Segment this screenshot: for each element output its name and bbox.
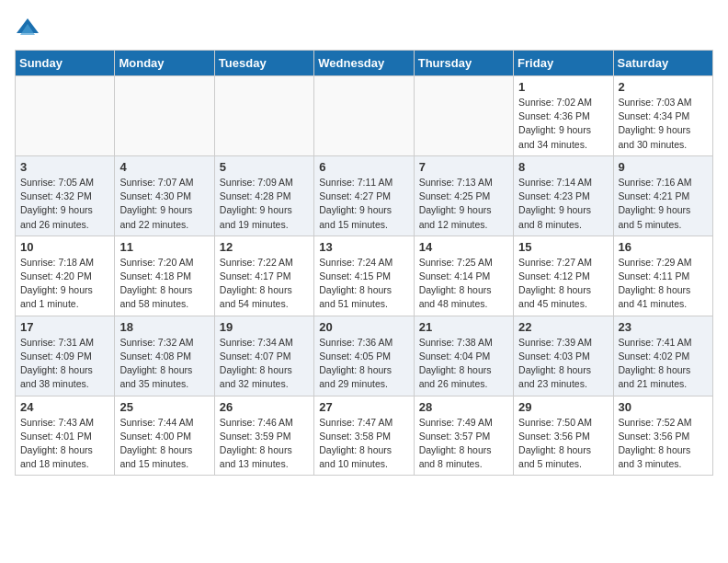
day-number: 26 xyxy=(220,400,309,414)
day-info: Sunrise: 7:46 AM Sunset: 3:59 PM Dayligh… xyxy=(220,417,293,470)
day-number: 11 xyxy=(119,240,209,254)
calendar-cell: 29Sunrise: 7:50 AM Sunset: 3:56 PM Dayli… xyxy=(514,396,613,476)
calendar-cell: 17Sunrise: 7:31 AM Sunset: 4:09 PM Dayli… xyxy=(16,316,115,396)
weekday-header-sunday: Sunday xyxy=(16,51,115,76)
day-number: 2 xyxy=(619,80,708,94)
calendar-week-row: 10Sunrise: 7:18 AM Sunset: 4:20 PM Dayli… xyxy=(16,236,713,316)
day-number: 21 xyxy=(419,320,508,334)
day-info: Sunrise: 7:31 AM Sunset: 4:09 PM Dayligh… xyxy=(20,337,94,390)
calendar-cell: 27Sunrise: 7:47 AM Sunset: 3:58 PM Dayli… xyxy=(314,396,414,476)
day-number: 30 xyxy=(619,400,708,414)
day-info: Sunrise: 7:11 AM Sunset: 4:27 PM Dayligh… xyxy=(319,177,392,230)
day-info: Sunrise: 7:14 AM Sunset: 4:23 PM Dayligh… xyxy=(518,177,592,230)
calendar-cell: 6Sunrise: 7:11 AM Sunset: 4:27 PM Daylig… xyxy=(314,155,414,236)
day-number: 5 xyxy=(220,160,309,174)
day-number: 28 xyxy=(419,400,508,414)
day-info: Sunrise: 7:38 AM Sunset: 4:04 PM Dayligh… xyxy=(419,337,493,390)
calendar-cell xyxy=(314,76,414,156)
calendar-cell: 11Sunrise: 7:20 AM Sunset: 4:18 PM Dayli… xyxy=(115,236,214,316)
day-number: 16 xyxy=(619,240,708,254)
calendar-cell: 13Sunrise: 7:24 AM Sunset: 4:15 PM Dayli… xyxy=(314,236,414,316)
calendar-cell: 7Sunrise: 7:13 AM Sunset: 4:25 PM Daylig… xyxy=(414,155,513,236)
calendar-week-row: 3Sunrise: 7:05 AM Sunset: 4:32 PM Daylig… xyxy=(16,155,713,236)
day-info: Sunrise: 7:16 AM Sunset: 4:21 PM Dayligh… xyxy=(619,177,692,230)
day-number: 29 xyxy=(518,400,608,414)
calendar-cell: 12Sunrise: 7:22 AM Sunset: 4:17 PM Dayli… xyxy=(214,236,313,316)
day-number: 9 xyxy=(619,160,708,174)
day-number: 8 xyxy=(518,160,608,174)
calendar-cell: 15Sunrise: 7:27 AM Sunset: 4:12 PM Dayli… xyxy=(514,236,613,316)
day-number: 18 xyxy=(119,320,209,334)
weekday-header-thursday: Thursday xyxy=(414,51,513,76)
calendar-cell: 21Sunrise: 7:38 AM Sunset: 4:04 PM Dayli… xyxy=(414,316,513,396)
day-info: Sunrise: 7:07 AM Sunset: 4:30 PM Dayligh… xyxy=(119,177,193,230)
calendar-cell: 1Sunrise: 7:02 AM Sunset: 4:36 PM Daylig… xyxy=(514,76,613,156)
day-number: 27 xyxy=(319,400,408,414)
weekday-header-tuesday: Tuesday xyxy=(214,51,313,76)
calendar-cell xyxy=(115,76,214,156)
day-info: Sunrise: 7:32 AM Sunset: 4:08 PM Dayligh… xyxy=(119,337,193,390)
day-info: Sunrise: 7:36 AM Sunset: 4:05 PM Dayligh… xyxy=(319,337,392,390)
day-number: 3 xyxy=(20,160,109,174)
calendar-cell: 20Sunrise: 7:36 AM Sunset: 4:05 PM Dayli… xyxy=(314,316,414,396)
day-info: Sunrise: 7:03 AM Sunset: 4:34 PM Dayligh… xyxy=(619,97,692,150)
calendar-cell: 5Sunrise: 7:09 AM Sunset: 4:28 PM Daylig… xyxy=(214,155,313,236)
calendar-cell: 23Sunrise: 7:41 AM Sunset: 4:02 PM Dayli… xyxy=(613,316,712,396)
day-info: Sunrise: 7:02 AM Sunset: 4:36 PM Dayligh… xyxy=(518,97,592,150)
day-info: Sunrise: 7:09 AM Sunset: 4:28 PM Dayligh… xyxy=(220,177,293,230)
calendar-week-row: 1Sunrise: 7:02 AM Sunset: 4:36 PM Daylig… xyxy=(16,76,713,156)
day-info: Sunrise: 7:41 AM Sunset: 4:02 PM Dayligh… xyxy=(619,337,692,390)
calendar-cell: 16Sunrise: 7:29 AM Sunset: 4:11 PM Dayli… xyxy=(613,236,712,316)
calendar-cell: 24Sunrise: 7:43 AM Sunset: 4:01 PM Dayli… xyxy=(16,396,115,476)
day-number: 10 xyxy=(20,240,109,254)
day-info: Sunrise: 7:25 AM Sunset: 4:14 PM Dayligh… xyxy=(419,257,493,310)
calendar-cell: 8Sunrise: 7:14 AM Sunset: 4:23 PM Daylig… xyxy=(514,155,613,236)
weekday-header-saturday: Saturday xyxy=(613,51,712,76)
logo xyxy=(15,15,44,40)
day-number: 14 xyxy=(419,240,508,254)
calendar-cell xyxy=(214,76,313,156)
day-number: 1 xyxy=(518,80,608,94)
calendar-cell: 9Sunrise: 7:16 AM Sunset: 4:21 PM Daylig… xyxy=(613,155,712,236)
weekday-header-friday: Friday xyxy=(514,51,613,76)
day-info: Sunrise: 7:20 AM Sunset: 4:18 PM Dayligh… xyxy=(119,257,193,310)
calendar-cell: 22Sunrise: 7:39 AM Sunset: 4:03 PM Dayli… xyxy=(514,316,613,396)
calendar-cell: 19Sunrise: 7:34 AM Sunset: 4:07 PM Dayli… xyxy=(214,316,313,396)
calendar-table: SundayMondayTuesdayWednesdayThursdayFrid… xyxy=(15,50,713,476)
calendar-cell xyxy=(16,76,115,156)
weekday-header-row: SundayMondayTuesdayWednesdayThursdayFrid… xyxy=(16,51,713,76)
day-number: 19 xyxy=(220,320,309,334)
day-info: Sunrise: 7:29 AM Sunset: 4:11 PM Dayligh… xyxy=(619,257,692,310)
day-number: 22 xyxy=(518,320,608,334)
day-info: Sunrise: 7:39 AM Sunset: 4:03 PM Dayligh… xyxy=(518,337,592,390)
day-info: Sunrise: 7:27 AM Sunset: 4:12 PM Dayligh… xyxy=(518,257,592,310)
day-info: Sunrise: 7:52 AM Sunset: 3:56 PM Dayligh… xyxy=(619,417,692,470)
calendar-cell: 3Sunrise: 7:05 AM Sunset: 4:32 PM Daylig… xyxy=(16,155,115,236)
calendar-cell: 14Sunrise: 7:25 AM Sunset: 4:14 PM Dayli… xyxy=(414,236,513,316)
day-info: Sunrise: 7:44 AM Sunset: 4:00 PM Dayligh… xyxy=(119,417,193,470)
day-info: Sunrise: 7:18 AM Sunset: 4:20 PM Dayligh… xyxy=(20,257,94,310)
weekday-header-wednesday: Wednesday xyxy=(314,51,414,76)
calendar-week-row: 17Sunrise: 7:31 AM Sunset: 4:09 PM Dayli… xyxy=(16,316,713,396)
day-number: 23 xyxy=(619,320,708,334)
weekday-header-monday: Monday xyxy=(115,51,214,76)
day-number: 6 xyxy=(319,160,408,174)
day-number: 15 xyxy=(518,240,608,254)
calendar-week-row: 24Sunrise: 7:43 AM Sunset: 4:01 PM Dayli… xyxy=(16,396,713,476)
day-number: 7 xyxy=(419,160,508,174)
calendar-cell: 18Sunrise: 7:32 AM Sunset: 4:08 PM Dayli… xyxy=(115,316,214,396)
day-number: 20 xyxy=(319,320,408,334)
day-number: 25 xyxy=(119,400,209,414)
day-info: Sunrise: 7:43 AM Sunset: 4:01 PM Dayligh… xyxy=(20,417,94,470)
day-number: 12 xyxy=(220,240,309,254)
calendar-cell: 26Sunrise: 7:46 AM Sunset: 3:59 PM Dayli… xyxy=(214,396,313,476)
day-info: Sunrise: 7:49 AM Sunset: 3:57 PM Dayligh… xyxy=(419,417,493,470)
calendar-cell: 10Sunrise: 7:18 AM Sunset: 4:20 PM Dayli… xyxy=(16,236,115,316)
day-info: Sunrise: 7:22 AM Sunset: 4:17 PM Dayligh… xyxy=(220,257,293,310)
day-number: 24 xyxy=(20,400,109,414)
day-number: 17 xyxy=(20,320,109,334)
calendar-cell: 25Sunrise: 7:44 AM Sunset: 4:00 PM Dayli… xyxy=(115,396,214,476)
day-info: Sunrise: 7:34 AM Sunset: 4:07 PM Dayligh… xyxy=(220,337,293,390)
calendar-cell: 30Sunrise: 7:52 AM Sunset: 3:56 PM Dayli… xyxy=(613,396,712,476)
calendar-cell: 28Sunrise: 7:49 AM Sunset: 3:57 PM Dayli… xyxy=(414,396,513,476)
